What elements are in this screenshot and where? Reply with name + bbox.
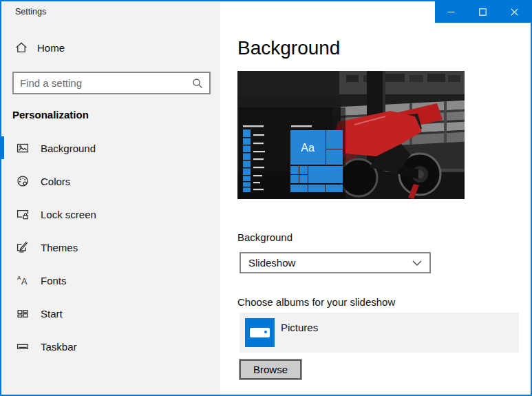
colors-icon <box>17 175 29 187</box>
taskbar-icon <box>17 340 29 353</box>
close-icon <box>511 8 518 16</box>
search-box <box>12 72 211 94</box>
sidebar-item-label: Taskbar <box>41 341 77 353</box>
content-pane: Background <box>220 1 531 395</box>
sidebar-item-themes[interactable]: Themes <box>1 231 220 264</box>
selected-accent-bar <box>1 136 4 159</box>
fonts-icon: A A <box>17 274 29 286</box>
album-row-pictures[interactable]: Pictures <box>240 313 519 353</box>
sidebar-item-label: Background <box>41 143 96 154</box>
search-icon[interactable] <box>192 78 203 89</box>
sidebar-item-label: Start <box>41 308 63 320</box>
sidebar-item-label: Colors <box>41 176 70 187</box>
sidebar-item-taskbar[interactable]: Taskbar <box>1 330 220 363</box>
dropdown-selected-value: Slideshow <box>248 257 295 269</box>
browse-button-label: Browse <box>253 364 288 375</box>
pictures-folder-icon <box>245 318 275 347</box>
minimize-button[interactable] <box>435 1 467 23</box>
sidebar: Settings Home Personalization <box>1 1 220 395</box>
albums-heading: Choose albums for your slideshow <box>237 296 395 308</box>
background-type-dropdown[interactable]: Slideshow <box>240 252 431 273</box>
page-title: Background <box>237 37 340 59</box>
sidebar-item-background[interactable]: Background <box>1 132 220 165</box>
sidebar-item-fonts[interactable]: A A Fonts <box>1 264 220 297</box>
sidebar-item-label: Fonts <box>41 275 67 286</box>
search-input[interactable] <box>14 77 192 89</box>
sidebar-home-label: Home <box>37 42 65 54</box>
sidebar-item-lock-screen[interactable]: Lock screen <box>1 198 220 231</box>
sidebar-item-label: Lock screen <box>41 209 96 220</box>
maximize-icon <box>479 8 487 16</box>
themes-icon <box>17 241 29 253</box>
maximize-button[interactable] <box>467 1 498 23</box>
section-heading-personalization: Personalization <box>12 109 89 121</box>
sidebar-item-start[interactable]: Start <box>1 297 220 330</box>
sidebar-item-home[interactable]: Home <box>15 41 65 54</box>
home-icon <box>15 41 28 54</box>
sidebar-item-colors[interactable]: Colors <box>1 165 220 198</box>
background-icon <box>17 142 29 154</box>
chevron-down-icon <box>412 260 422 266</box>
svg-text:A: A <box>21 277 28 286</box>
start-tile-aa-label: Aa <box>301 142 315 154</box>
settings-window: Settings Home Personalization <box>0 0 532 396</box>
start-icon <box>17 307 29 320</box>
background-preview-image: Aa <box>237 71 465 199</box>
browse-button[interactable]: Browse <box>240 359 301 379</box>
sidebar-item-label: Themes <box>41 242 78 253</box>
window-controls <box>435 1 531 23</box>
album-name: Pictures <box>281 322 318 333</box>
window-title: Settings <box>15 7 46 17</box>
lock-screen-icon <box>17 208 29 220</box>
sidebar-nav: Background Colors <box>1 132 220 363</box>
minimize-icon <box>447 8 455 16</box>
close-button[interactable] <box>499 1 531 23</box>
background-dropdown-label: Background <box>237 231 292 243</box>
